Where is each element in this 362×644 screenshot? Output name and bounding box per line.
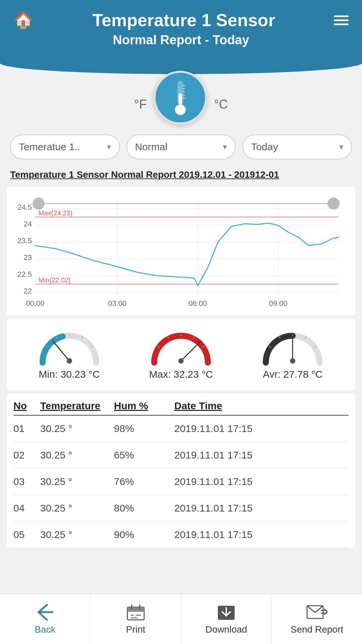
- max-gauge-label: Max: 32.23 °C: [149, 369, 213, 380]
- print-label: Print: [126, 624, 145, 635]
- cell-hum: 65%: [114, 449, 174, 461]
- cell-temp: 30.25 °: [40, 476, 114, 487]
- cell-hum: 76%: [114, 476, 174, 487]
- data-table: No Temperature Hum % Date Time 01 30.25 …: [7, 393, 355, 548]
- table-row: 05 30.25 ° 90% 2019.11.01 17:15: [13, 522, 349, 548]
- temperature-chart: 24.5 24 23.5 23 22.5 22 Max(24.23) Min(2…: [7, 187, 355, 316]
- svg-text:24: 24: [24, 220, 32, 228]
- header-title: Temperature 1 Sensor: [34, 10, 334, 30]
- svg-point-42: [67, 358, 72, 364]
- min-gauge: Min: 30.23 °C: [36, 329, 103, 380]
- cell-no: 02: [13, 449, 40, 461]
- svg-rect-6: [179, 93, 182, 104]
- download-label: Download: [205, 624, 247, 635]
- send-report-label: Send Report: [291, 624, 343, 635]
- thermometer-circle: [154, 71, 207, 124]
- cell-datetime: 2019.11.01 17:15: [174, 449, 349, 461]
- send-report-button[interactable]: Send Report: [272, 594, 362, 644]
- cell-datetime: 2019.11.01 17:15: [174, 423, 349, 434]
- max-gauge: Max: 32.23 °C: [147, 329, 215, 380]
- send-report-icon: [306, 603, 328, 622]
- period-dropdown[interactable]: Today ▾: [242, 135, 352, 159]
- svg-text:09:00: 09:00: [269, 299, 287, 308]
- col-datetime: Date Time: [174, 400, 349, 412]
- home-icon[interactable]: 🏠: [13, 11, 34, 30]
- header-subtitle: Normal Report - Today: [13, 33, 349, 47]
- svg-point-8: [177, 106, 184, 113]
- sensor-dropdown-label: Temeratue 1..: [19, 141, 80, 153]
- avg-gauge-label: Avr: 27.78 °C: [263, 369, 322, 380]
- cell-temp: 30.25 °: [40, 449, 114, 461]
- svg-text:03:00: 03:00: [108, 299, 126, 308]
- col-humidity: Hum %: [114, 400, 174, 412]
- cell-datetime: 2019.11.01 17:15: [174, 529, 349, 540]
- svg-text:Min(22.02): Min(22.02): [39, 276, 71, 284]
- svg-text:23: 23: [24, 253, 32, 262]
- back-button[interactable]: Back: [0, 594, 90, 644]
- svg-text:06:00: 06:00: [188, 299, 207, 308]
- svg-point-56: [290, 358, 295, 364]
- period-dropdown-arrow: ▾: [339, 142, 343, 152]
- svg-text:23.5: 23.5: [17, 236, 32, 245]
- col-temperature: Temperature: [40, 400, 114, 412]
- table-row: 03 30.25 ° 76% 2019.11.01 17:15: [13, 469, 349, 495]
- cell-temp: 30.25 °: [40, 502, 114, 514]
- table-header-row: No Temperature Hum % Date Time: [13, 393, 349, 416]
- filter-bar: Temeratue 1.. ▾ Normal ▾ Today ▾: [0, 124, 362, 159]
- svg-text:22.5: 22.5: [17, 270, 32, 278]
- table-row: 01 30.25 ° 98% 2019.11.01 17:15: [13, 416, 349, 442]
- back-label: Back: [35, 624, 56, 635]
- cell-temp: 30.25 °: [40, 529, 114, 540]
- svg-text:Max(24.23): Max(24.23): [39, 209, 72, 217]
- print-icon: [126, 603, 146, 622]
- sensor-dropdown-arrow: ▾: [107, 142, 111, 152]
- table-row: 04 30.25 ° 80% 2019.11.01 17:15: [13, 495, 349, 522]
- cell-temp: 30.25 °: [40, 423, 114, 434]
- table-row: 02 30.25 ° 65% 2019.11.01 17:15: [13, 442, 349, 469]
- cell-no: 05: [13, 529, 40, 540]
- svg-point-49: [178, 358, 184, 364]
- cell-datetime: 2019.11.01 17:15: [174, 476, 349, 487]
- report-title: Temperature 1 Sensor Normal Report 2019.…: [0, 159, 362, 183]
- svg-line-41: [53, 341, 69, 361]
- back-icon: [35, 603, 55, 622]
- cell-no: 04: [13, 502, 40, 514]
- cell-hum: 80%: [114, 502, 174, 514]
- cell-hum: 98%: [114, 423, 174, 434]
- download-button[interactable]: Download: [181, 594, 272, 644]
- mode-dropdown-arrow: ▾: [223, 142, 227, 152]
- unit-celsius: °C: [214, 97, 228, 112]
- avg-gauge: Avr: 27.78 °C: [259, 329, 326, 380]
- cell-hum: 90%: [114, 529, 174, 540]
- col-no: No: [13, 400, 40, 412]
- min-gauge-label: Min: 30.23 °C: [39, 369, 100, 380]
- svg-text:24.5: 24.5: [17, 203, 32, 211]
- download-icon: [216, 603, 236, 622]
- cell-datetime: 2019.11.01 17:15: [174, 502, 349, 514]
- bottom-navigation: Back Print Download S: [0, 594, 362, 644]
- svg-text:22: 22: [24, 287, 32, 295]
- svg-rect-59: [127, 607, 144, 612]
- gauges-section: Min: 30.23 °C Max: 32.23 °C: [7, 319, 355, 390]
- menu-icon[interactable]: [334, 15, 349, 25]
- cell-no: 01: [13, 423, 40, 434]
- cell-no: 03: [13, 476, 40, 487]
- unit-fahrenheit: °F: [134, 97, 146, 112]
- header: 🏠 Temperature 1 Sensor Normal Report - T…: [0, 0, 362, 74]
- svg-line-48: [181, 341, 201, 361]
- mode-dropdown[interactable]: Normal ▾: [126, 135, 236, 159]
- svg-text:00:00: 00:00: [26, 299, 44, 308]
- period-dropdown-label: Today: [251, 141, 278, 153]
- thermometer-container: °F °C: [0, 71, 362, 124]
- sensor-dropdown[interactable]: Temeratue 1.. ▾: [10, 135, 120, 159]
- mode-dropdown-label: Normal: [135, 141, 168, 153]
- print-button[interactable]: Print: [90, 594, 181, 644]
